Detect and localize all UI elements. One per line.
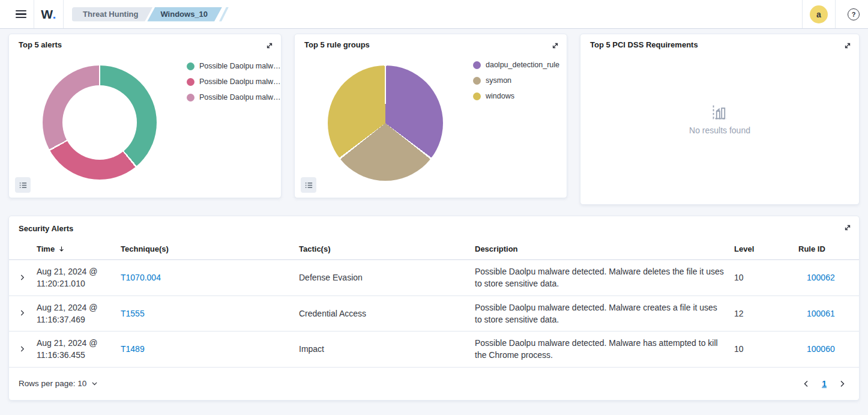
table-row: Aug 21, 2024 @ 11:20:21.010 T1070.004 De… bbox=[9, 260, 859, 296]
panel-title: Top 5 alerts bbox=[19, 40, 62, 49]
description-cell: Possible Daolpu malware detected. Malwar… bbox=[475, 332, 734, 368]
technique-link[interactable]: T1070.004 bbox=[121, 273, 161, 282]
breadcrumb-tab-threat-hunting[interactable]: Threat Hunting bbox=[72, 7, 152, 22]
sort-descending-icon bbox=[58, 245, 65, 253]
row-expander-button[interactable] bbox=[16, 270, 30, 285]
legend-label: Possible Daolpu malw… bbox=[199, 62, 280, 70]
legend-label: daolpu_detection_rule bbox=[486, 61, 559, 69]
table-row: Aug 21, 2024 @ 11:16:36.455 T1489 Impact… bbox=[9, 332, 859, 368]
list-icon bbox=[19, 181, 28, 190]
panel-top-5-alerts: Top 5 alerts Possible Daolpu malw… Possi… bbox=[8, 34, 282, 198]
tactic-cell: Defense Evasion bbox=[299, 260, 475, 296]
rule-id-link[interactable]: 100060 bbox=[807, 344, 835, 354]
row-expander-button[interactable] bbox=[16, 306, 30, 320]
rule-id-link[interactable]: 100062 bbox=[807, 273, 835, 282]
next-page-button[interactable] bbox=[835, 377, 849, 391]
time-cell: Aug 21, 2024 @ 11:20:21.010 bbox=[37, 260, 121, 296]
legend-item[interactable]: sysmon bbox=[473, 76, 559, 85]
legend-item[interactable]: Possible Daolpu malw… bbox=[187, 93, 280, 101]
column-header-time[interactable]: Time bbox=[37, 238, 121, 260]
chevron-right-icon bbox=[18, 309, 26, 317]
level-cell: 12 bbox=[734, 295, 790, 332]
legend-dot bbox=[187, 78, 194, 86]
list-view-button[interactable] bbox=[301, 177, 316, 193]
list-view-button[interactable] bbox=[15, 177, 31, 193]
chevron-right-icon bbox=[18, 273, 26, 282]
expand-icon[interactable] bbox=[549, 40, 561, 52]
panel-top-5-pci-dss: Top 5 PCI DSS Requirements No results fo… bbox=[580, 34, 860, 205]
help-icon[interactable]: ? bbox=[848, 8, 860, 20]
top-navigation-bar: W. Threat Hunting Windows_10 a ? bbox=[0, 0, 868, 29]
chevron-right-icon bbox=[837, 379, 847, 389]
level-cell: 10 bbox=[734, 260, 790, 296]
legend-item[interactable]: daolpu_detection_rule bbox=[473, 61, 559, 69]
tactic-cell: Impact bbox=[299, 332, 475, 368]
bar-chart-icon bbox=[712, 104, 728, 120]
legend: daolpu_detection_rule sysmon windows bbox=[473, 61, 559, 100]
table-row: Aug 21, 2024 @ 11:16:37.469 T1555 Creden… bbox=[9, 295, 859, 332]
hamburger-icon bbox=[16, 10, 26, 11]
column-header-tactics[interactable]: Tactic(s) bbox=[299, 238, 475, 260]
expand-icon[interactable] bbox=[264, 40, 276, 52]
previous-page-button[interactable] bbox=[799, 377, 813, 391]
tactic-cell: Credential Access bbox=[299, 295, 475, 332]
legend-dot bbox=[187, 62, 194, 70]
panel-title: Top 5 PCI DSS Requirements bbox=[590, 40, 698, 49]
avatar[interactable]: a bbox=[810, 5, 828, 23]
list-icon bbox=[304, 181, 313, 190]
donut-chart-top-alerts[interactable] bbox=[43, 65, 157, 180]
description-cell: Possible Daolpu malware detected. Malwar… bbox=[475, 295, 734, 332]
column-header-description[interactable]: Description bbox=[475, 238, 734, 260]
wazuh-logo: W. bbox=[34, 7, 63, 22]
breadcrumb: Threat Hunting Windows_10 bbox=[72, 7, 229, 22]
level-cell: 10 bbox=[734, 332, 790, 368]
panel-top-5-rule-groups: Top 5 rule groups daolpu_detection_rule … bbox=[294, 34, 567, 198]
row-expander-button[interactable] bbox=[16, 342, 30, 356]
visualization-row: Top 5 alerts Possible Daolpu malw… Possi… bbox=[8, 34, 860, 205]
no-results-text: No results found bbox=[689, 126, 750, 135]
technique-link[interactable]: T1489 bbox=[121, 344, 145, 354]
security-alerts-table: Time Technique(s) Tactic(s) Description … bbox=[9, 238, 859, 368]
description-cell: Possible Daolpu malware detected. Malwar… bbox=[475, 260, 734, 296]
legend-item[interactable]: Possible Daolpu malw… bbox=[187, 62, 280, 70]
legend-dot bbox=[473, 92, 481, 100]
column-header-techniques[interactable]: Technique(s) bbox=[121, 238, 299, 260]
chevron-right-icon bbox=[18, 345, 26, 353]
legend-label: Possible Daolpu malw… bbox=[199, 77, 280, 86]
empty-state: No results found bbox=[580, 34, 859, 204]
legend-item[interactable]: Possible Daolpu malw… bbox=[187, 77, 280, 86]
menu-button[interactable] bbox=[8, 0, 34, 28]
legend-label: windows bbox=[486, 92, 514, 100]
security-alerts-panel: Security Alerts Time Technique(s) Tactic… bbox=[8, 216, 860, 401]
legend-dot bbox=[187, 94, 194, 101]
breadcrumb-tab-windows-10[interactable]: Windows_10 bbox=[147, 7, 222, 22]
technique-link[interactable]: T1555 bbox=[121, 309, 145, 318]
time-cell: Aug 21, 2024 @ 11:16:36.455 bbox=[37, 332, 121, 368]
legend-label: sysmon bbox=[486, 76, 511, 85]
security-alerts-title: Security Alerts bbox=[9, 216, 859, 238]
time-cell: Aug 21, 2024 @ 11:16:37.469 bbox=[37, 295, 121, 332]
page-number[interactable]: 1 bbox=[819, 379, 829, 389]
chevron-down-icon bbox=[91, 380, 98, 387]
rule-id-link[interactable]: 100061 bbox=[807, 309, 835, 318]
chevron-left-icon bbox=[801, 379, 811, 389]
panel-title: Top 5 rule groups bbox=[304, 40, 370, 49]
table-footer: Rows per page: 10 1 bbox=[9, 368, 859, 400]
legend-item[interactable]: windows bbox=[473, 92, 559, 100]
divider bbox=[63, 0, 64, 28]
rows-per-page-button[interactable]: Rows per page: 10 bbox=[19, 379, 98, 388]
column-header-level[interactable]: Level bbox=[734, 238, 790, 260]
expand-icon[interactable] bbox=[842, 40, 854, 52]
legend-dot bbox=[473, 77, 481, 85]
legend-dot bbox=[473, 61, 481, 69]
legend: Possible Daolpu malw… Possible Daolpu ma… bbox=[187, 62, 280, 101]
column-header-rule-id[interactable]: Rule ID bbox=[790, 238, 859, 260]
pie-chart-rule-groups[interactable] bbox=[328, 65, 443, 181]
expand-icon[interactable] bbox=[842, 222, 854, 234]
pagination: 1 bbox=[799, 377, 849, 391]
legend-label: Possible Daolpu malw… bbox=[199, 93, 280, 101]
